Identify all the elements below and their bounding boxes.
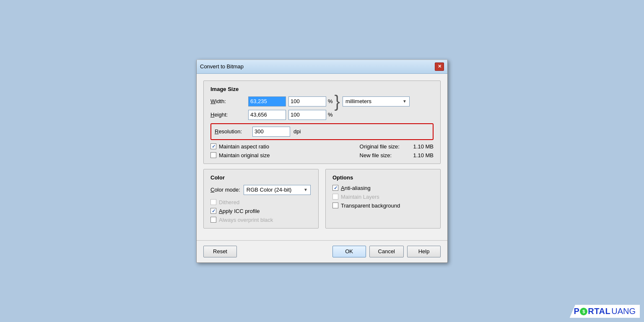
dpi-label: dpi — [293, 128, 301, 135]
apply-icc-item: Apply ICC profile — [210, 208, 312, 214]
apply-icc-checkbox[interactable] — [210, 208, 216, 214]
color-mode-row: Color mode: RGB Color (24-bit) ▼ — [210, 185, 312, 195]
maintain-layers-checkbox[interactable] — [332, 194, 338, 200]
anti-aliasing-label: Anti-aliasing — [341, 185, 371, 191]
transparent-bg-item: Transparent background — [332, 203, 434, 209]
width-percent-spinbox[interactable]: ▲ ▼ — [288, 96, 326, 106]
resolution-highlight-box: Resolution: ▲ ▼ dpi — [210, 123, 434, 140]
units-value: millimeters — [345, 98, 371, 104]
units-dropdown-arrow: ▼ — [402, 99, 407, 104]
maintain-aspect-item: Maintain aspect ratio — [210, 143, 270, 150]
original-file-size-label: Original file size: — [360, 143, 410, 150]
dithered-checkbox[interactable] — [210, 199, 216, 205]
dialog-body: Image Size Width: ▲ ▼ ▲ ▼ — [197, 74, 447, 240]
close-button[interactable]: ✕ — [435, 62, 444, 71]
resolution-spinbox[interactable]: ▲ ▼ — [252, 127, 290, 137]
right-buttons: OK Cancel Help — [332, 246, 441, 257]
dithered-item: Dithered — [210, 199, 312, 205]
options-section-title: Options — [332, 174, 434, 181]
height-row: Height: ▲ ▼ ▲ ▼ % — [210, 110, 434, 120]
resolution-label: Resolution: — [215, 128, 252, 135]
new-file-size-label: New file size: — [360, 152, 410, 158]
cancel-button[interactable]: Cancel — [369, 246, 404, 257]
apply-icc-label: Apply ICC profile — [219, 208, 260, 214]
watermark-icon: $ — [580, 308, 587, 315]
height-percent-spinbox[interactable]: ▲ ▼ — [288, 110, 326, 120]
always-overprint-checkbox[interactable] — [210, 217, 216, 223]
width-row: Width: ▲ ▼ ▲ ▼ % } — [210, 96, 434, 106]
transparent-bg-label: Transparent background — [341, 203, 400, 209]
checkboxes-row: Maintain aspect ratio Maintain original … — [210, 143, 434, 158]
file-info-group: Original file size: 1.10 MB New file siz… — [360, 143, 434, 158]
color-section: Color Color mode: RGB Color (24-bit) ▼ D… — [203, 169, 319, 229]
height-percent-symbol: % — [328, 112, 333, 118]
dithered-label: Dithered — [219, 199, 239, 205]
width-spinbox[interactable]: ▲ ▼ — [248, 96, 286, 106]
height-input[interactable] — [249, 110, 286, 119]
maintain-layers-item: Maintain Layers — [332, 194, 434, 200]
maintain-aspect-checkbox[interactable] — [210, 143, 216, 149]
color-options-row: Color Color mode: RGB Color (24-bit) ▼ D… — [203, 169, 441, 234]
resolution-input[interactable] — [253, 127, 290, 136]
new-file-size-row: New file size: 1.10 MB — [360, 152, 434, 158]
maintain-original-checkbox[interactable] — [210, 152, 216, 158]
image-size-title: Image Size — [210, 86, 434, 92]
reset-button[interactable]: Reset — [203, 246, 237, 257]
maintain-aspect-label: Maintain aspect ratio — [219, 143, 269, 150]
height-spinbox[interactable]: ▲ ▼ — [248, 110, 286, 120]
dialog-title: Convert to Bitmap — [200, 63, 244, 70]
maintain-original-label: Maintain original size — [219, 152, 270, 158]
original-file-size-value: 1.10 MB — [413, 143, 434, 150]
image-size-section: Image Size Width: ▲ ▼ ▲ ▼ — [203, 80, 441, 164]
width-percent-symbol: % — [328, 98, 333, 104]
checkbox-group-left: Maintain aspect ratio Maintain original … — [210, 143, 270, 158]
transparent-bg-checkbox[interactable] — [332, 203, 338, 208]
color-mode-label: Color mode: — [210, 187, 240, 193]
color-mode-dropdown-arrow: ▼ — [304, 187, 308, 192]
watermark-text: P — [574, 306, 580, 316]
original-file-size-row: Original file size: 1.10 MB — [360, 143, 434, 150]
watermark-uang: UANG — [611, 306, 636, 316]
width-label: Width: — [210, 98, 248, 104]
watermark-text2: RTAL — [588, 306, 610, 316]
always-overprint-item: Always overprint black — [210, 217, 312, 223]
options-section: Options Anti-aliasing Maintain Layers Tr… — [325, 169, 441, 229]
new-file-size-value: 1.10 MB — [413, 152, 434, 158]
units-dropdown[interactable]: millimeters ▼ — [343, 96, 410, 106]
width-input[interactable] — [249, 97, 286, 106]
color-mode-dropdown[interactable]: RGB Color (24-bit) ▼ — [244, 185, 311, 195]
height-label: Height: — [210, 112, 248, 118]
help-button[interactable]: Help — [407, 246, 441, 257]
maintain-layers-label: Maintain Layers — [341, 194, 379, 200]
height-percent-input[interactable] — [289, 110, 326, 119]
convert-to-bitmap-dialog: Convert to Bitmap ✕ Image Size Width: ▲ … — [196, 60, 448, 263]
color-section-title: Color — [210, 174, 312, 181]
watermark: P $ RTAL UANG — [570, 305, 640, 318]
color-mode-value: RGB Color (24-bit) — [247, 187, 292, 193]
width-percent-input[interactable] — [289, 97, 326, 106]
maintain-original-item: Maintain original size — [210, 152, 270, 158]
ok-button[interactable]: OK — [332, 246, 366, 257]
anti-aliasing-item: Anti-aliasing — [332, 185, 434, 191]
anti-aliasing-checkbox[interactable] — [332, 185, 338, 191]
titlebar: Convert to Bitmap ✕ — [197, 60, 447, 74]
buttons-bar: Reset OK Cancel Help — [197, 240, 447, 262]
always-overprint-label: Always overprint black — [219, 217, 273, 223]
brace-connector: } — [335, 97, 340, 106]
